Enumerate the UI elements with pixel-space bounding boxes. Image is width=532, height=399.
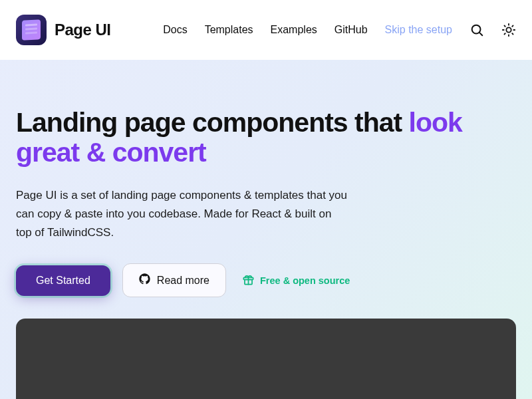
logo-icon xyxy=(16,15,47,45)
badge-label: Free & open source xyxy=(260,275,350,286)
cta-row: Get Started Read more Free & open source xyxy=(16,263,516,297)
read-more-button[interactable]: Read more xyxy=(122,263,226,297)
nav-templates[interactable]: Templates xyxy=(205,24,253,36)
get-started-button[interactable]: Get Started xyxy=(16,265,110,296)
nav-github[interactable]: GitHub xyxy=(334,24,368,36)
svg-point-2 xyxy=(506,27,511,32)
hero-title-plain: Landing page components that xyxy=(16,107,409,138)
brand-name: Page UI xyxy=(55,21,111,39)
hero-title: Landing page components that look great … xyxy=(16,108,481,168)
nav-examples[interactable]: Examples xyxy=(271,24,317,36)
header: Page UI Docs Templates Examples GitHub S… xyxy=(0,0,532,60)
github-icon xyxy=(139,273,150,287)
svg-line-9 xyxy=(504,33,505,34)
read-more-label: Read more xyxy=(157,275,209,287)
search-icon[interactable] xyxy=(469,23,484,37)
svg-line-10 xyxy=(512,25,513,26)
svg-line-5 xyxy=(504,25,505,26)
logo-area[interactable]: Page UI xyxy=(16,15,111,45)
theme-toggle-icon[interactable] xyxy=(501,23,516,37)
hero-section: Landing page components that look great … xyxy=(0,60,532,399)
main-nav: Docs Templates Examples GitHub Skip the … xyxy=(163,23,516,37)
gift-icon xyxy=(242,273,255,288)
svg-line-6 xyxy=(512,33,513,34)
free-open-source-badge: Free & open source xyxy=(242,273,350,288)
hero-video-placeholder xyxy=(16,319,516,399)
nav-docs[interactable]: Docs xyxy=(163,24,187,36)
svg-line-1 xyxy=(479,33,482,35)
hero-description: Page UI is a set of landing page compone… xyxy=(16,186,348,242)
nav-skip-setup[interactable]: Skip the setup xyxy=(385,24,452,36)
